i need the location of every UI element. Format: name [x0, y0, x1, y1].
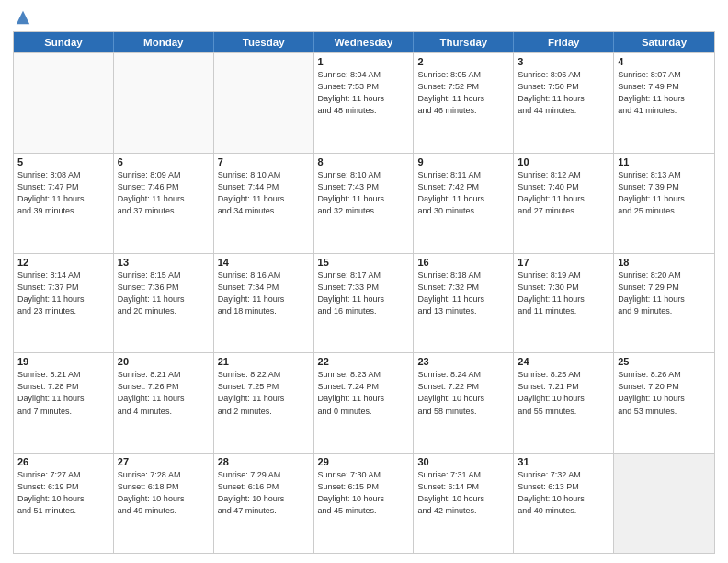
- day-number: 10: [518, 156, 609, 167]
- day-info: Sunrise: 7:30 AM Sunset: 6:15 PM Dayligh…: [318, 469, 410, 517]
- day-info: Sunrise: 7:31 AM Sunset: 6:14 PM Dayligh…: [417, 469, 509, 517]
- calendar-week: 26Sunrise: 7:27 AM Sunset: 6:19 PM Dayli…: [14, 453, 714, 553]
- calendar-cell: 4Sunrise: 8:07 AM Sunset: 7:49 PM Daylig…: [614, 53, 714, 153]
- weekday-header: Thursday: [414, 32, 514, 52]
- calendar-week: 19Sunrise: 8:21 AM Sunset: 7:28 PM Dayli…: [14, 352, 714, 453]
- day-info: Sunrise: 8:12 AM Sunset: 7:40 PM Dayligh…: [518, 169, 609, 217]
- day-info: Sunrise: 8:08 AM Sunset: 7:47 PM Dayligh…: [17, 169, 109, 217]
- day-number: 7: [218, 156, 310, 167]
- calendar-cell: 3Sunrise: 8:06 AM Sunset: 7:50 PM Daylig…: [514, 53, 614, 153]
- day-number: 9: [417, 156, 509, 167]
- calendar-cell: 24Sunrise: 8:25 AM Sunset: 7:21 PM Dayli…: [514, 353, 614, 453]
- day-info: Sunrise: 8:21 AM Sunset: 7:26 PM Dayligh…: [118, 369, 210, 417]
- weekday-header: Wednesday: [314, 32, 415, 52]
- weekday-header: Monday: [114, 32, 214, 52]
- day-number: 27: [118, 456, 210, 467]
- day-info: Sunrise: 8:19 AM Sunset: 7:30 PM Dayligh…: [518, 270, 609, 317]
- calendar-cell: 2Sunrise: 8:05 AM Sunset: 7:52 PM Daylig…: [414, 53, 514, 153]
- day-info: Sunrise: 8:18 AM Sunset: 7:32 PM Dayligh…: [417, 270, 509, 317]
- day-number: 8: [318, 156, 410, 167]
- calendar-cell: 22Sunrise: 8:23 AM Sunset: 7:24 PM Dayli…: [314, 353, 415, 453]
- calendar-cell: [614, 454, 714, 553]
- logo-text: [13, 13, 31, 26]
- calendar-cell: 14Sunrise: 8:16 AM Sunset: 7:34 PM Dayli…: [214, 254, 314, 353]
- day-info: Sunrise: 8:10 AM Sunset: 7:44 PM Dayligh…: [218, 169, 310, 217]
- day-info: Sunrise: 8:07 AM Sunset: 7:49 PM Dayligh…: [618, 69, 711, 117]
- day-number: 25: [618, 356, 711, 367]
- day-info: Sunrise: 8:05 AM Sunset: 7:52 PM Dayligh…: [417, 69, 509, 117]
- calendar-header: SundayMondayTuesdayWednesdayThursdayFrid…: [14, 32, 714, 52]
- calendar-cell: 1Sunrise: 8:04 AM Sunset: 7:53 PM Daylig…: [314, 53, 415, 153]
- day-number: 6: [118, 156, 210, 167]
- day-number: 28: [218, 456, 310, 467]
- day-number: 4: [618, 56, 711, 67]
- day-info: Sunrise: 8:04 AM Sunset: 7:53 PM Dayligh…: [318, 69, 410, 117]
- weekday-header: Sunday: [14, 32, 114, 52]
- day-number: 30: [417, 456, 509, 467]
- calendar-cell: 19Sunrise: 8:21 AM Sunset: 7:28 PM Dayli…: [14, 353, 114, 453]
- calendar-cell: [14, 53, 114, 153]
- day-number: 2: [417, 56, 509, 67]
- day-number: 17: [518, 257, 609, 268]
- day-number: 5: [17, 156, 109, 167]
- day-number: 18: [618, 257, 711, 268]
- day-info: Sunrise: 8:10 AM Sunset: 7:43 PM Dayligh…: [318, 169, 410, 217]
- weekday-header: Tuesday: [214, 32, 314, 52]
- day-number: 14: [218, 257, 310, 268]
- day-info: Sunrise: 8:17 AM Sunset: 7:33 PM Dayligh…: [318, 270, 410, 317]
- calendar-week: 1Sunrise: 8:04 AM Sunset: 7:53 PM Daylig…: [14, 52, 714, 153]
- day-info: Sunrise: 8:25 AM Sunset: 7:21 PM Dayligh…: [518, 369, 609, 417]
- calendar-cell: [214, 53, 314, 153]
- logo: [13, 13, 31, 26]
- day-number: 26: [17, 456, 109, 467]
- weekday-header: Friday: [514, 32, 614, 52]
- calendar-cell: 13Sunrise: 8:15 AM Sunset: 7:36 PM Dayli…: [114, 254, 214, 353]
- day-number: 31: [518, 456, 609, 467]
- day-info: Sunrise: 8:20 AM Sunset: 7:29 PM Dayligh…: [618, 270, 711, 317]
- calendar-cell: 23Sunrise: 8:24 AM Sunset: 7:22 PM Dayli…: [414, 353, 514, 453]
- calendar-cell: 28Sunrise: 7:29 AM Sunset: 6:16 PM Dayli…: [214, 454, 314, 553]
- day-info: Sunrise: 8:15 AM Sunset: 7:36 PM Dayligh…: [118, 270, 210, 317]
- day-info: Sunrise: 7:28 AM Sunset: 6:18 PM Dayligh…: [118, 469, 210, 517]
- day-number: 3: [518, 56, 609, 67]
- calendar-cell: 26Sunrise: 7:27 AM Sunset: 6:19 PM Dayli…: [14, 454, 114, 553]
- day-number: 21: [218, 356, 310, 367]
- calendar-cell: 30Sunrise: 7:31 AM Sunset: 6:14 PM Dayli…: [414, 454, 514, 553]
- day-info: Sunrise: 8:06 AM Sunset: 7:50 PM Dayligh…: [518, 69, 609, 117]
- day-info: Sunrise: 8:14 AM Sunset: 7:37 PM Dayligh…: [17, 270, 109, 317]
- day-info: Sunrise: 8:24 AM Sunset: 7:22 PM Dayligh…: [417, 369, 509, 417]
- calendar-cell: 25Sunrise: 8:26 AM Sunset: 7:20 PM Dayli…: [614, 353, 714, 453]
- day-info: Sunrise: 8:22 AM Sunset: 7:25 PM Dayligh…: [218, 369, 310, 417]
- day-number: 15: [318, 257, 410, 268]
- calendar-cell: 21Sunrise: 8:22 AM Sunset: 7:25 PM Dayli…: [214, 353, 314, 453]
- day-info: Sunrise: 7:29 AM Sunset: 6:16 PM Dayligh…: [218, 469, 310, 517]
- day-info: Sunrise: 8:13 AM Sunset: 7:39 PM Dayligh…: [618, 169, 711, 217]
- calendar-cell: 9Sunrise: 8:11 AM Sunset: 7:42 PM Daylig…: [414, 154, 514, 253]
- day-number: 22: [318, 356, 410, 367]
- calendar-cell: 8Sunrise: 8:10 AM Sunset: 7:43 PM Daylig…: [314, 154, 415, 253]
- svg-marker-0: [17, 11, 29, 24]
- day-number: 16: [417, 257, 509, 268]
- calendar-cell: 27Sunrise: 7:28 AM Sunset: 6:18 PM Dayli…: [114, 454, 214, 553]
- day-info: Sunrise: 8:21 AM Sunset: 7:28 PM Dayligh…: [17, 369, 109, 417]
- calendar-cell: 15Sunrise: 8:17 AM Sunset: 7:33 PM Dayli…: [314, 254, 415, 353]
- day-info: Sunrise: 8:09 AM Sunset: 7:46 PM Dayligh…: [118, 169, 210, 217]
- calendar-cell: 5Sunrise: 8:08 AM Sunset: 7:47 PM Daylig…: [14, 154, 114, 253]
- day-info: Sunrise: 7:32 AM Sunset: 6:13 PM Dayligh…: [518, 469, 609, 517]
- day-number: 12: [17, 257, 109, 268]
- calendar: SundayMondayTuesdayWednesdayThursdayFrid…: [13, 31, 715, 554]
- calendar-cell: 18Sunrise: 8:20 AM Sunset: 7:29 PM Dayli…: [614, 254, 714, 353]
- calendar-body: 1Sunrise: 8:04 AM Sunset: 7:53 PM Daylig…: [14, 52, 714, 553]
- weekday-header: Saturday: [614, 32, 714, 52]
- logo-icon: [15, 9, 31, 26]
- day-info: Sunrise: 8:26 AM Sunset: 7:20 PM Dayligh…: [618, 369, 711, 417]
- calendar-cell: 11Sunrise: 8:13 AM Sunset: 7:39 PM Dayli…: [614, 154, 714, 253]
- calendar-week: 5Sunrise: 8:08 AM Sunset: 7:47 PM Daylig…: [14, 153, 714, 253]
- day-info: Sunrise: 8:11 AM Sunset: 7:42 PM Dayligh…: [417, 169, 509, 217]
- calendar-cell: 10Sunrise: 8:12 AM Sunset: 7:40 PM Dayli…: [514, 154, 614, 253]
- calendar-week: 12Sunrise: 8:14 AM Sunset: 7:37 PM Dayli…: [14, 253, 714, 353]
- day-number: 11: [618, 156, 711, 167]
- calendar-cell: 17Sunrise: 8:19 AM Sunset: 7:30 PM Dayli…: [514, 254, 614, 353]
- calendar-cell: 6Sunrise: 8:09 AM Sunset: 7:46 PM Daylig…: [114, 154, 214, 253]
- page: SundayMondayTuesdayWednesdayThursdayFrid…: [0, 0, 728, 563]
